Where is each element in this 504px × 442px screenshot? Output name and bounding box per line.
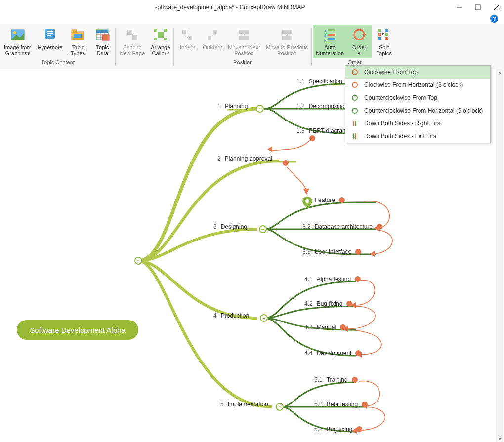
down-icon (350, 119, 359, 128)
svg-rect-22 (158, 32, 164, 38)
subtopic[interactable]: 4.4Development (304, 350, 361, 357)
subtopic[interactable]: 5.2Beta testing (314, 401, 368, 408)
svg-rect-26 (164, 38, 167, 40)
order-button[interactable]: Order▾ (347, 25, 372, 58)
help-icon[interactable]: ? (490, 15, 498, 23)
subtopic[interactable]: 1.2Decomposition (296, 103, 348, 110)
svg-rect-45 (378, 29, 381, 32)
topic-number: 5.1 (314, 376, 323, 383)
subtopic[interactable]: 4.2Bug fixing (304, 300, 352, 307)
ribbon-label: ArrangeCallout (151, 44, 170, 56)
subtopic[interactable]: 4.3Manual (304, 324, 346, 331)
topic-planning-approval[interactable]: 2Planning approval (217, 155, 272, 162)
ribbon-group-topic-content: Image fromGraphics▾ Hypernote TopicTypes… (0, 24, 116, 77)
collapse-toggle[interactable]: − (134, 257, 142, 265)
move-prev-button: Move to PreviousPosition (263, 25, 311, 58)
topic-label: Alpha testing (317, 276, 351, 282)
subtopic[interactable]: 3.2Database architecture (302, 223, 382, 230)
svg-text:2: 2 (324, 33, 327, 38)
outdent-button: Outdent (200, 25, 225, 58)
svg-rect-1 (475, 5, 480, 10)
minimize-button[interactable] (456, 4, 462, 11)
topic-label: Bug fixing (327, 426, 353, 433)
topic-designing[interactable]: 3Designing (213, 223, 247, 230)
relation-dot (309, 135, 315, 141)
ribbon-label: Order▾ (352, 44, 366, 56)
relation-dot (355, 249, 361, 255)
svg-rect-27 (182, 30, 186, 34)
collapse-toggle[interactable]: − (259, 225, 267, 233)
collapse-toggle[interactable]: − (276, 403, 284, 411)
maximize-button[interactable] (474, 4, 481, 11)
arrange-callout-button[interactable]: ArrangeCallout (148, 25, 173, 58)
topic-label: Specification (309, 78, 342, 85)
down-icon (350, 132, 359, 141)
menu-item-cw-horiz[interactable]: Clockwise From Horizontal (3 o'clock) (345, 79, 490, 91)
subtopic[interactable]: 4.1Alpha testing (304, 276, 361, 282)
topic-types-button[interactable]: TopicTypes (65, 25, 90, 58)
subtopic[interactable]: 1.1Specification (296, 78, 342, 85)
svg-rect-46 (378, 33, 381, 36)
svg-rect-24 (164, 29, 167, 32)
close-button[interactable] (493, 4, 500, 11)
collapse-toggle[interactable]: − (256, 105, 264, 113)
auto-numeration-button[interactable]: 123AutoNumeration (313, 25, 347, 58)
ribbon-label: Outdent (203, 44, 222, 50)
topic-number: 5.2 (314, 401, 323, 408)
ribbon-label: Indent (180, 44, 195, 50)
svg-marker-62 (355, 124, 357, 126)
topic-label: Training (327, 376, 348, 383)
svg-marker-79 (370, 251, 375, 257)
sort-topics-button[interactable]: SortTopics (372, 25, 396, 58)
topic-number: 3 (213, 223, 217, 230)
arrange-icon (153, 27, 168, 42)
relation-dot (377, 224, 382, 230)
svg-text:1: 1 (324, 29, 327, 33)
prev-icon (279, 27, 295, 42)
subtopic[interactable]: 5.3Bug fixing (314, 426, 362, 433)
menu-item-ccw-horiz[interactable]: Counterclockwise From Horizontal (9 o'cl… (345, 104, 490, 117)
ribbon-group-page: Send toNew Page ArrangeCallout (116, 24, 174, 77)
menu-item-down-left[interactable]: Down Both Sides - Left First (345, 130, 490, 143)
svg-marker-33 (243, 34, 245, 36)
relation-dot (355, 276, 361, 282)
svg-rect-14 (96, 30, 108, 33)
collapse-toggle[interactable]: − (260, 314, 268, 322)
indent-icon (179, 27, 195, 42)
menu-item-down-right[interactable]: Down Both Sides - Right First (345, 117, 490, 130)
scroll-up-button[interactable]: ∧ (498, 70, 502, 75)
cw-icon (350, 80, 359, 89)
menu-item-ccw-top[interactable]: Counterclockwise From Top (345, 91, 490, 104)
topic-planning[interactable]: 1Planning (217, 103, 248, 110)
svg-rect-49 (385, 33, 388, 36)
topic-number: 4 (213, 312, 217, 319)
subtopic[interactable]: 3.1 Feature (302, 197, 345, 203)
svg-rect-28 (188, 36, 192, 40)
picture-icon (10, 27, 26, 42)
relation-dot (339, 197, 345, 203)
topic-number: 1.3 (296, 127, 305, 134)
topic-number: 5 (220, 401, 224, 408)
vertical-scrollbar[interactable]: ∧ ∨ (496, 69, 503, 442)
ribbon-label: Move to NextPosition (228, 44, 260, 56)
scroll-down-button[interactable]: ∨ (498, 436, 502, 441)
topic-label: Database architecture (315, 223, 373, 230)
svg-rect-41 (328, 34, 335, 36)
menu-item-cw-top[interactable]: Clockwise From Top (345, 66, 490, 79)
topic-production[interactable]: 4Production (213, 312, 249, 319)
image-from-graphics-button[interactable]: Image fromGraphics▾ (1, 25, 35, 58)
topic-number: 4.3 (304, 324, 313, 331)
group-label (117, 58, 173, 67)
outdent-icon (205, 27, 220, 42)
subtopic[interactable]: 5.1Training (314, 376, 358, 383)
svg-rect-32 (239, 36, 249, 40)
ccw-icon (350, 106, 359, 115)
relation-dot (352, 377, 358, 383)
topic-data-button[interactable]: TopicData (90, 25, 115, 58)
hypernote-button[interactable]: Hypernote (35, 25, 66, 58)
root-topic[interactable]: Software Development Alpha (17, 320, 138, 340)
svg-rect-12 (74, 34, 82, 38)
group-label: Position (175, 58, 311, 67)
topic-implementation[interactable]: 5Implementation (220, 401, 268, 408)
subtopic[interactable]: 3.3User interface (302, 248, 361, 255)
